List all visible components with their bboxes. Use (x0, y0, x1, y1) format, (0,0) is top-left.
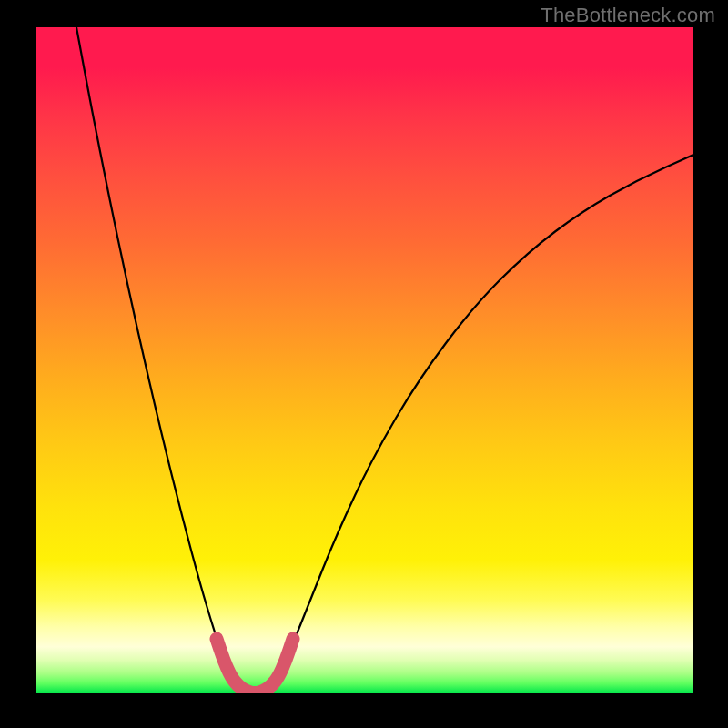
watermark-text: TheBottleneck.com (541, 4, 715, 27)
curve-svg (36, 27, 693, 693)
plot-area (36, 27, 693, 693)
highlight-band-path (217, 639, 293, 693)
chart-frame: TheBottleneck.com (0, 0, 728, 728)
main-curve-path (76, 27, 693, 693)
